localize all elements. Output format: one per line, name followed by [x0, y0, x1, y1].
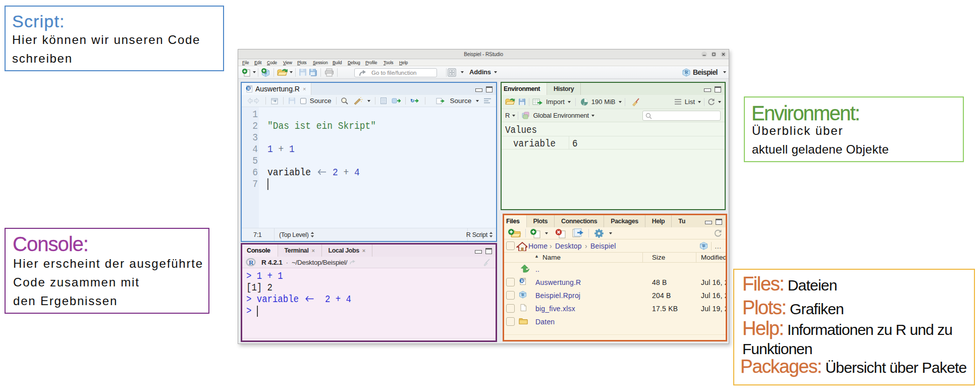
svg-text:R: R	[685, 70, 688, 75]
svg-text:R: R	[702, 243, 706, 248]
svg-text:R: R	[521, 292, 525, 297]
svg-text:R: R	[247, 86, 251, 91]
svg-text:R: R	[249, 259, 254, 266]
svg-text:R: R	[521, 278, 524, 283]
svg-text:↻: ↻	[410, 98, 414, 104]
